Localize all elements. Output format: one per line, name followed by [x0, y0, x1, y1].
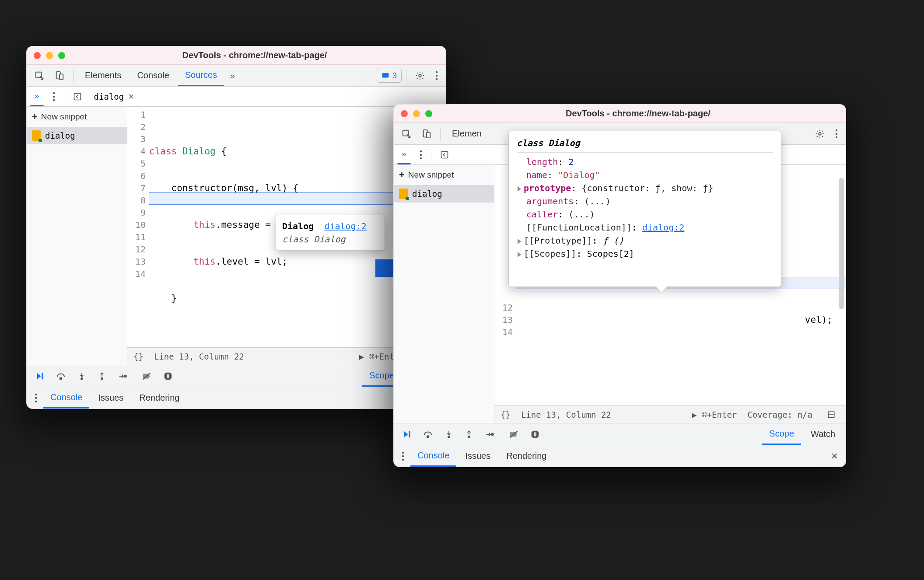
braces-icon[interactable]: {} — [133, 352, 144, 361]
svg-point-14 — [81, 377, 83, 379]
drawer-tab-rendering[interactable]: Rendering — [499, 445, 553, 467]
traffic-lights — [34, 52, 65, 59]
drawer-kebab-icon[interactable] — [30, 391, 42, 405]
drawer-kebab-icon[interactable] — [397, 449, 409, 464]
pop1-name: Dialog — [282, 221, 314, 231]
svg-rect-12 — [42, 373, 43, 379]
pause-exceptions-icon[interactable] — [159, 369, 177, 384]
expand-icon[interactable] — [518, 186, 521, 192]
hover-popover-large: class Dialog length: 2 name: "Dialog" pr… — [508, 131, 781, 287]
device-icon[interactable] — [417, 126, 436, 141]
svg-point-29 — [836, 136, 837, 138]
expand-icon[interactable] — [518, 239, 521, 244]
coverage-toggle-icon[interactable] — [823, 408, 840, 421]
coverage-label[interactable]: Coverage: n/a — [747, 410, 812, 419]
svg-rect-35 — [409, 431, 410, 437]
inspect-icon[interactable] — [30, 68, 49, 83]
zoom-dot-icon[interactable] — [425, 110, 432, 117]
expand-icon[interactable] — [518, 252, 521, 257]
window-title: DevTools - chrome://new-tab-page/ — [70, 50, 439, 60]
svg-point-9 — [52, 95, 54, 97]
file-nav-back-icon[interactable] — [69, 90, 86, 104]
new-snippet-label: New snippet — [41, 112, 87, 122]
drawer-toolbar: Console Issues Rendering × — [394, 445, 846, 467]
device-icon[interactable] — [50, 68, 69, 83]
snippet-item-dialog[interactable]: dialog — [27, 127, 127, 144]
kebab-icon[interactable] — [831, 126, 842, 141]
pop1-link[interactable]: dialog:2 — [324, 221, 366, 231]
inspect-icon[interactable] — [397, 126, 416, 141]
close-dot-icon[interactable] — [34, 52, 41, 59]
file-tabbar: » dialog × — [27, 87, 446, 107]
editor-statusbar: {} Line 13, Column 22 ▶ ⌘+Enter Coverage… — [494, 405, 846, 423]
step-into-icon[interactable] — [440, 427, 458, 442]
step-into-icon[interactable] — [73, 369, 91, 384]
tab-elements[interactable]: Elements — [78, 65, 128, 86]
tab-watch[interactable]: Watch — [804, 423, 842, 445]
step-over-icon[interactable] — [418, 427, 438, 442]
cursor-position: Line 13, Column 22 — [154, 352, 244, 361]
svg-point-31 — [420, 154, 421, 155]
file-tab-label: dialog — [94, 92, 124, 101]
settings-icon[interactable] — [411, 68, 429, 83]
svg-point-45 — [402, 458, 404, 460]
snippets-sidebar: + New snippet dialog — [394, 165, 494, 423]
scrollbar-thumb[interactable] — [839, 178, 844, 309]
svg-rect-3 — [382, 73, 389, 78]
minimize-dot-icon[interactable] — [46, 52, 53, 59]
drawer-tab-console[interactable]: Console — [43, 387, 89, 409]
drawer-tab-issues[interactable]: Issues — [458, 445, 497, 467]
more-tabs-icon[interactable]: » — [226, 68, 239, 83]
snippet-item-dialog[interactable]: dialog — [394, 185, 494, 203]
tab-console[interactable]: Console — [130, 65, 176, 86]
step-out-icon[interactable] — [93, 369, 111, 384]
snippet-file-icon — [32, 130, 41, 141]
snippets-sidebar: + New snippet dialog — [27, 107, 127, 365]
svg-rect-2 — [60, 74, 63, 80]
pane-kebab-icon[interactable] — [415, 147, 427, 162]
svg-point-15 — [101, 377, 103, 379]
pane-kebab-icon[interactable] — [48, 89, 60, 104]
tab-scope[interactable]: Scope — [762, 423, 801, 445]
deactivate-breakpoints-icon[interactable] — [504, 427, 523, 442]
step-out-icon[interactable] — [460, 427, 478, 442]
step-icon[interactable] — [480, 427, 499, 442]
titlebar[interactable]: DevTools - chrome://new-tab-page/ — [394, 105, 846, 123]
new-snippet-button[interactable]: + New snippet — [394, 165, 494, 185]
resume-icon[interactable] — [397, 427, 416, 442]
svg-rect-42 — [535, 432, 536, 436]
nav-pane-toggle-icon[interactable]: » — [30, 87, 44, 106]
svg-point-43 — [402, 451, 404, 453]
minimize-dot-icon[interactable] — [413, 110, 420, 117]
pause-exceptions-icon[interactable] — [526, 427, 544, 442]
svg-point-28 — [836, 133, 837, 134]
run-hint[interactable]: ▶ ⌘+Enter — [692, 410, 737, 419]
drawer-tab-console[interactable]: Console — [410, 445, 456, 467]
drawer-tab-rendering[interactable]: Rendering — [132, 387, 186, 409]
svg-rect-19 — [168, 374, 169, 378]
svg-point-36 — [427, 436, 429, 438]
deactivate-breakpoints-icon[interactable] — [137, 369, 156, 384]
settings-icon[interactable] — [811, 126, 829, 141]
new-snippet-button[interactable]: + New snippet — [27, 107, 127, 127]
step-icon[interactable] — [113, 369, 132, 384]
close-dot-icon[interactable] — [401, 110, 408, 117]
braces-icon[interactable]: {} — [500, 410, 511, 419]
titlebar[interactable]: DevTools - chrome://new-tab-page/ — [27, 46, 446, 65]
nav-pane-toggle-icon[interactable]: » — [397, 145, 411, 164]
snippet-item-label: dialog — [412, 189, 442, 199]
tab-elements[interactable]: Elemen — [445, 123, 489, 144]
window-title: DevTools - chrome://new-tab-page/ — [438, 108, 839, 119]
issues-button[interactable]: 3 — [377, 69, 402, 83]
function-location-link[interactable]: dialog:2 — [642, 222, 684, 233]
file-nav-back-icon[interactable] — [436, 148, 453, 162]
zoom-dot-icon[interactable] — [58, 52, 65, 59]
kebab-icon[interactable] — [431, 68, 442, 83]
tab-sources[interactable]: Sources — [178, 65, 224, 86]
close-drawer-icon[interactable]: × — [827, 447, 842, 465]
drawer-tab-issues[interactable]: Issues — [91, 387, 130, 409]
file-tab-dialog[interactable]: dialog × — [91, 91, 138, 102]
step-over-icon[interactable] — [51, 369, 70, 384]
resume-icon[interactable] — [30, 369, 49, 384]
close-tab-icon[interactable]: × — [128, 91, 134, 102]
